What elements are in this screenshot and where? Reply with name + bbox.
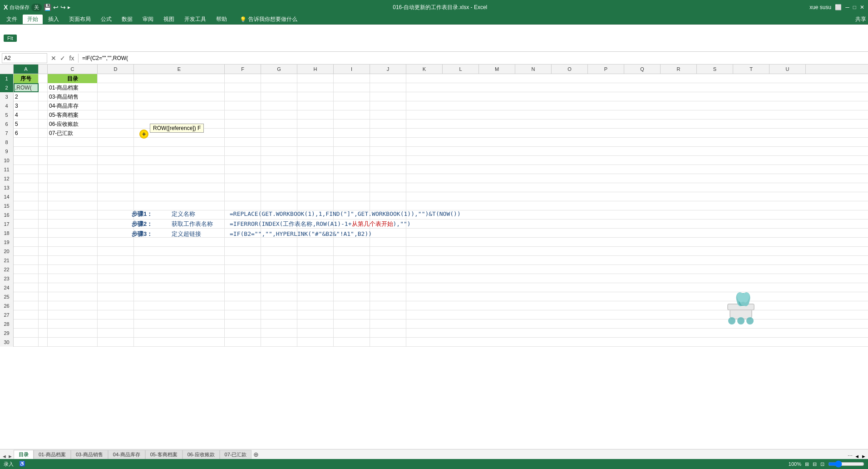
cell-b13[interactable] [39, 183, 48, 192]
cell-e24[interactable] [134, 283, 225, 292]
cell-d20[interactable] [98, 247, 134, 256]
window-minimize-btn[interactable]: ─ [845, 4, 849, 10]
cell-f25[interactable] [225, 292, 261, 301]
formula-bar-insert-fn[interactable]: fx [67, 55, 76, 62]
cell-j14[interactable] [370, 192, 406, 201]
cell-e3[interactable] [134, 92, 225, 101]
cell-a26[interactable] [14, 301, 39, 310]
cell-g10[interactable] [261, 156, 297, 165]
cell-g3[interactable] [261, 92, 297, 101]
cell-e14[interactable] [134, 192, 225, 201]
cell-i30[interactable] [334, 338, 370, 347]
cell-d17[interactable] [98, 220, 134, 229]
cell-b17[interactable] [39, 220, 48, 229]
tab-formulas[interactable]: 公式 [96, 15, 116, 24]
cell-i3[interactable] [334, 92, 370, 101]
col-header-f[interactable]: F [225, 65, 261, 74]
sheet-tab-04[interactable]: 04-商品库存 [108, 450, 145, 459]
cell-g24[interactable] [261, 283, 297, 292]
cell-a6[interactable]: 5 [14, 120, 39, 129]
cell-j29[interactable] [370, 329, 406, 338]
cell-h8[interactable] [297, 138, 334, 147]
sheet-options[interactable]: ⋯ [848, 453, 853, 459]
zoom-slider[interactable] [828, 460, 864, 468]
cell-c16[interactable] [48, 210, 98, 220]
cell-h3[interactable] [297, 92, 334, 101]
cell-j10[interactable] [370, 156, 406, 165]
formula-bar-confirm[interactable]: ✓ [58, 55, 67, 62]
cell-g8[interactable] [261, 138, 297, 147]
cell-i8[interactable] [334, 138, 370, 147]
cell-d10[interactable] [98, 156, 134, 165]
cell-a27[interactable] [14, 310, 39, 319]
cell-g11[interactable] [261, 165, 297, 174]
cell-a23[interactable] [14, 274, 39, 283]
cell-f30[interactable] [225, 338, 261, 347]
cell-h14[interactable] [297, 192, 334, 201]
cell-e26[interactable] [134, 301, 225, 310]
cell-d21[interactable] [98, 256, 134, 265]
cell-b23[interactable] [39, 274, 48, 283]
cell-e13[interactable] [134, 183, 225, 192]
cell-b27[interactable] [39, 310, 48, 319]
cell-g4[interactable] [261, 101, 297, 110]
cell-e12[interactable] [134, 174, 225, 183]
cell-d25[interactable] [98, 292, 134, 301]
col-header-d[interactable]: D [98, 65, 134, 74]
cell-c23[interactable] [48, 274, 98, 283]
cell-b4[interactable] [39, 101, 48, 110]
cell-j13[interactable] [370, 183, 406, 192]
tab-developer[interactable]: 开发工具 [180, 15, 211, 24]
cell-h20[interactable] [297, 247, 334, 256]
cell-g6[interactable] [261, 120, 297, 129]
sheet-scroll-left[interactable]: ◄ [854, 454, 859, 459]
cell-d29[interactable] [98, 329, 134, 338]
cell-g27[interactable] [261, 310, 297, 319]
cell-c13[interactable] [48, 183, 98, 192]
cell-e29[interactable] [134, 329, 225, 338]
toolbar-more[interactable]: ▸ [68, 4, 70, 10]
col-header-u[interactable]: U [769, 65, 806, 74]
cell-a4[interactable]: 3 [14, 101, 39, 110]
cell-j8[interactable] [370, 138, 406, 147]
cell-i29[interactable] [334, 329, 370, 338]
cell-a19[interactable] [14, 238, 39, 247]
col-header-g[interactable]: G [261, 65, 297, 74]
cell-a10[interactable] [14, 156, 39, 165]
cell-h9[interactable] [297, 147, 334, 156]
cell-b14[interactable] [39, 192, 48, 201]
cell-i21[interactable] [334, 256, 370, 265]
cell-b6[interactable] [39, 120, 48, 129]
cell-b2[interactable] [39, 83, 48, 92]
cell-c1[interactable]: 目录 [48, 74, 98, 83]
cell-f29[interactable] [225, 329, 261, 338]
col-header-o[interactable]: O [552, 65, 588, 74]
cell-a22[interactable] [14, 265, 39, 274]
cell-i12[interactable] [334, 174, 370, 183]
cell-i25[interactable] [334, 292, 370, 301]
cell-b26[interactable] [39, 301, 48, 310]
cell-c3[interactable]: 03-商品销售 [48, 92, 98, 101]
cell-d7[interactable] [98, 129, 134, 138]
cell-e30[interactable] [134, 338, 225, 347]
col-header-l[interactable]: L [443, 65, 479, 74]
cell-h1[interactable] [297, 74, 334, 83]
cell-d26[interactable] [98, 301, 134, 310]
cell-h25[interactable] [297, 292, 334, 301]
col-header-b[interactable] [39, 65, 48, 74]
cell-d11[interactable] [98, 165, 134, 174]
cell-i22[interactable] [334, 265, 370, 274]
cell-a11[interactable] [14, 165, 39, 174]
cell-j27[interactable] [370, 310, 406, 319]
cell-a15[interactable] [14, 201, 39, 210]
tab-file[interactable]: 文件 [2, 15, 22, 24]
cell-d14[interactable] [98, 192, 134, 201]
cell-b16[interactable] [39, 210, 48, 220]
cell-c22[interactable] [48, 265, 98, 274]
cell-h7[interactable] [297, 129, 334, 138]
cell-j20[interactable] [370, 247, 406, 256]
cell-c12[interactable] [48, 174, 98, 183]
cell-e28[interactable] [134, 319, 225, 329]
cell-i11[interactable] [334, 165, 370, 174]
cell-j22[interactable] [370, 265, 406, 274]
